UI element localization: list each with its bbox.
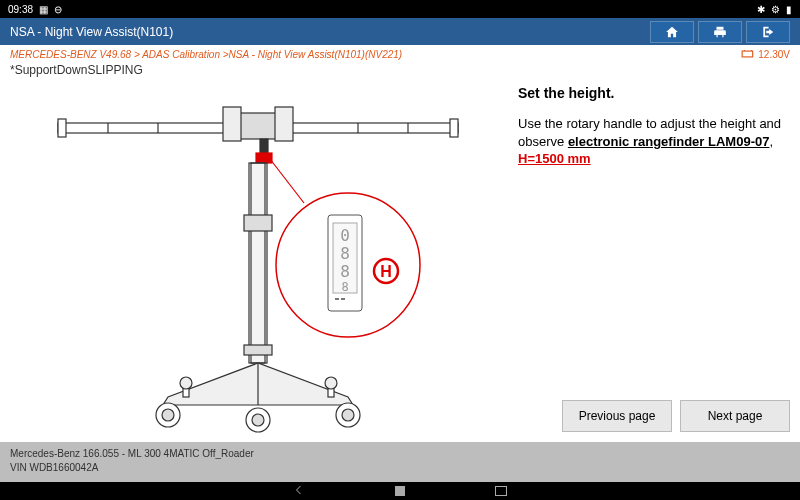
- breadcrumb: MERCEDES-BENZ V49.68 > ADAS Calibration …: [10, 49, 402, 60]
- voltage-indicator: 12.30V: [741, 49, 790, 60]
- svg-rect-40: [495, 486, 507, 496]
- header-title: NSA - Night View Assist(N101): [10, 25, 646, 39]
- svg-point-25: [180, 377, 192, 389]
- instruction-heading: Set the height.: [518, 85, 790, 101]
- height-value: 1500 mm: [535, 151, 591, 166]
- vehicle-model: Mercedes-Benz 166.055 - ML 300 4MATIC Of…: [10, 447, 790, 461]
- instruction-body: Use the rotary handle to adjust the heig…: [518, 115, 790, 168]
- svg-rect-12: [256, 153, 272, 163]
- settings-gear-icon: ⚙: [771, 4, 780, 15]
- app-header: NSA - Night View Assist(N101): [0, 18, 800, 45]
- recent-icon[interactable]: [495, 482, 507, 500]
- svg-point-22: [252, 414, 264, 426]
- status-time: 09:38: [8, 4, 33, 15]
- svg-text:H: H: [380, 263, 392, 280]
- instruction-panel: Set the height. Use the rotary handle to…: [516, 79, 800, 442]
- back-icon[interactable]: [293, 482, 305, 500]
- android-status-bar: 09:38 ▦ ⊖ ✱ ⚙ ▮: [0, 0, 800, 18]
- svg-rect-11: [260, 139, 268, 153]
- svg-rect-35: [335, 298, 339, 300]
- svg-text:8: 8: [340, 262, 350, 281]
- height-label: H=: [518, 151, 535, 166]
- previous-page-button[interactable]: Previous page: [562, 400, 672, 432]
- svg-text:8: 8: [340, 244, 350, 263]
- nav-buttons: Previous page Next page: [562, 400, 790, 432]
- svg-rect-0: [742, 51, 753, 57]
- svg-line-28: [270, 159, 304, 203]
- voltage-value: 12.30V: [758, 49, 790, 60]
- svg-point-26: [325, 377, 337, 389]
- calibration-stand-diagram: 0 8 8 8 H: [8, 85, 508, 437]
- home-button[interactable]: [650, 21, 694, 43]
- svg-rect-6: [275, 107, 293, 141]
- svg-rect-36: [341, 298, 345, 300]
- diagram-area: 0 8 8 8 H: [0, 79, 516, 442]
- vehicle-vin: VIN WDB1660042A: [10, 461, 790, 475]
- exit-icon: [761, 25, 775, 39]
- step-subtitle: *SupportDownSLIPPING: [0, 63, 800, 79]
- svg-point-18: [162, 409, 174, 421]
- rangefinder-ref: electronic rangefinder LAM09-07: [568, 134, 770, 149]
- battery-icon: ▮: [786, 4, 792, 15]
- do-not-disturb-icon: ⊖: [54, 4, 62, 15]
- next-page-button[interactable]: Next page: [680, 400, 790, 432]
- svg-rect-5: [223, 107, 241, 141]
- vehicle-info-footer: Mercedes-Benz 166.055 - ML 300 4MATIC Of…: [0, 442, 800, 482]
- svg-rect-3: [450, 119, 458, 137]
- android-navbar: [0, 482, 800, 500]
- breadcrumb-row: MERCEDES-BENZ V49.68 > ADAS Calibration …: [0, 45, 800, 63]
- svg-rect-13: [251, 163, 265, 363]
- home-icon: [665, 25, 679, 39]
- svg-text:0: 0: [340, 226, 350, 245]
- print-button[interactable]: [698, 21, 742, 43]
- svg-point-20: [342, 409, 354, 421]
- svg-rect-39: [395, 486, 405, 496]
- screenshot-icon: ▦: [39, 4, 48, 15]
- battery-icon: [741, 49, 755, 59]
- bluetooth-icon: ✱: [757, 4, 765, 15]
- exit-button[interactable]: [746, 21, 790, 43]
- svg-rect-2: [58, 119, 66, 137]
- print-icon: [713, 25, 727, 39]
- main-content: 0 8 8 8 H Set the height. Use the rotary…: [0, 79, 800, 442]
- svg-text:8: 8: [341, 280, 348, 294]
- svg-rect-15: [244, 215, 272, 231]
- home-nav-icon[interactable]: [395, 482, 405, 500]
- svg-rect-16: [244, 345, 272, 355]
